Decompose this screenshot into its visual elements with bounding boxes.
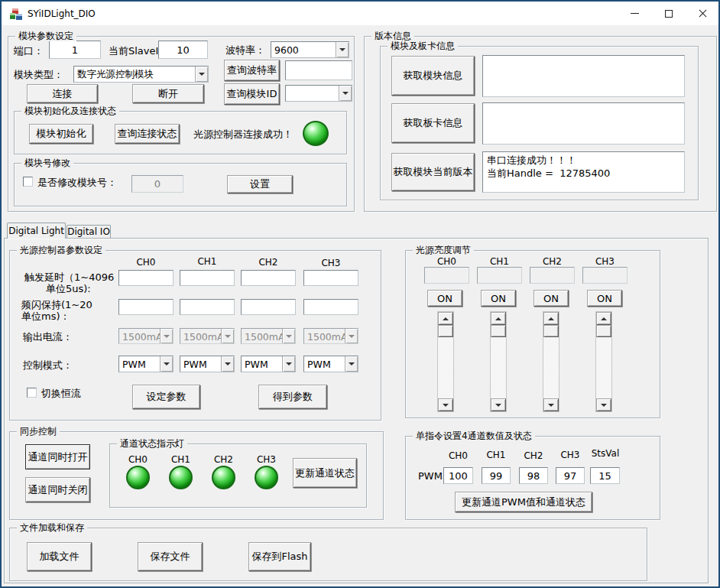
pwm-ch3-input[interactable] <box>556 467 585 484</box>
arrow-down-icon[interactable] <box>491 398 506 411</box>
query-baud-button[interactable]: 查询波特率 <box>224 60 280 81</box>
brightness-slider-ch2[interactable] <box>543 311 559 412</box>
module-type-select[interactable]: 数字光源控制模块 <box>73 66 209 83</box>
chevron-down-icon[interactable] <box>221 356 234 372</box>
pwm-ch2-input[interactable] <box>519 467 548 484</box>
brightness-ch1-input[interactable] <box>477 267 522 284</box>
set-params-button[interactable]: 设定参数 <box>132 385 200 409</box>
slider-thumb-ch1[interactable] <box>491 325 506 337</box>
lp-ch1-header: CH1 <box>180 256 235 267</box>
chevron-down-icon[interactable] <box>195 67 208 82</box>
output-current-ch0-select[interactable]: 1500mA <box>118 328 174 344</box>
arrow-up-icon[interactable] <box>491 312 506 325</box>
query-connection-button[interactable]: 查询连接状态 <box>115 124 180 144</box>
control-mode-ch3-select[interactable]: PWM <box>303 356 358 372</box>
arrow-down-icon[interactable] <box>438 398 453 411</box>
module-number-input[interactable] <box>131 175 183 193</box>
tab-digital-light[interactable]: Digital Light <box>7 223 66 239</box>
window-title: SYiIDLight_DIO <box>28 8 96 19</box>
pwm-ch1-input[interactable] <box>482 467 511 484</box>
version-output: 串口连接成功！！！ 当前Handle = 12785400 <box>482 151 685 193</box>
arrow-down-icon[interactable] <box>543 398 559 411</box>
disconnect-button[interactable]: 断开 <box>132 84 204 103</box>
on-ch2-button[interactable]: ON <box>534 290 569 307</box>
slider-thumb-ch3[interactable] <box>596 325 611 337</box>
port-label: 端口： <box>14 44 44 58</box>
chevron-down-icon[interactable] <box>160 356 173 372</box>
query-baud-result-input[interactable] <box>285 60 352 80</box>
brightness-ch3-input[interactable] <box>582 267 628 284</box>
module-info-output <box>482 55 685 97</box>
chevron-down-icon[interactable] <box>336 42 349 57</box>
slider-thumb-ch0[interactable] <box>438 325 453 337</box>
output-current-ch2-value: 1500mA <box>245 330 285 342</box>
strobe-hold-ch0-input[interactable] <box>118 299 174 315</box>
brightness-slider-ch1[interactable] <box>490 311 507 412</box>
minimize-button[interactable] <box>618 2 652 25</box>
save-to-flash-button[interactable]: 保存到Flash <box>248 542 311 571</box>
module-type-label: 模块类型： <box>14 68 63 82</box>
output-current-ch3-select[interactable]: 1500mA <box>303 328 358 344</box>
strobe-hold-ch2-input[interactable] <box>241 299 296 315</box>
output-current-ch1-select[interactable]: 1500mA <box>180 328 235 344</box>
brightness-slider-ch3[interactable] <box>595 311 612 412</box>
chevron-down-icon[interactable] <box>345 356 358 372</box>
on-ch1-button[interactable]: ON <box>481 290 516 307</box>
slider-thumb-ch2[interactable] <box>543 325 559 337</box>
brightness-slider-ch0[interactable] <box>437 311 454 412</box>
on-ch0-button[interactable]: ON <box>427 290 462 307</box>
close-all-channels-button[interactable]: 通道同时关闭 <box>25 477 90 502</box>
stsval-input[interactable] <box>590 467 620 484</box>
strobe-hold-ch1-input[interactable] <box>180 299 235 315</box>
load-file-button[interactable]: 加载文件 <box>27 542 92 571</box>
arrow-up-icon[interactable] <box>596 312 611 325</box>
strobe-hold-ch3-input[interactable] <box>303 299 358 315</box>
sync-control-title: 同步控制 <box>17 426 60 437</box>
arrow-up-icon[interactable] <box>438 312 453 325</box>
get-version-button[interactable]: 获取模块当前版本 <box>391 153 475 191</box>
module-modify-title: 模块号修改 <box>21 158 73 168</box>
pwm-ch0-input[interactable] <box>443 467 473 484</box>
close-button[interactable] <box>685 2 720 25</box>
get-module-info-button[interactable]: 获取模块信息 <box>391 56 475 96</box>
brightness-ch2-input[interactable] <box>530 267 575 284</box>
tab-digital-io[interactable]: Digital IO <box>66 225 111 239</box>
maximize-button[interactable] <box>651 2 686 25</box>
switch-cc-checkbox[interactable] <box>27 388 37 398</box>
chevron-down-icon[interactable] <box>339 86 352 101</box>
title-bar: SYiIDLight_DIO <box>2 2 718 25</box>
control-mode-ch2-select[interactable]: PWM <box>241 356 296 372</box>
update-channel-status-button[interactable]: 更新通道状态 <box>293 458 357 488</box>
module-id-select[interactable] <box>285 85 352 102</box>
port-input[interactable] <box>49 41 101 59</box>
query-module-id-button[interactable]: 查询模块ID <box>224 83 280 105</box>
close-icon <box>698 8 708 18</box>
arrow-up-icon[interactable] <box>543 312 559 325</box>
module-init-button[interactable]: 模块初始化 <box>29 124 93 144</box>
trigger-delay-ch0-input[interactable] <box>118 270 174 286</box>
control-mode-ch0-select[interactable]: PWM <box>118 356 174 372</box>
save-file-button[interactable]: 保存文件 <box>138 542 203 571</box>
open-all-channels-button[interactable]: 通道同时打开 <box>25 444 90 469</box>
trigger-delay-ch3-input[interactable] <box>303 270 358 286</box>
version-line1: 串口连接成功！！！ <box>487 154 680 167</box>
trigger-delay-ch2-input[interactable] <box>241 270 296 286</box>
chevron-down-icon[interactable] <box>282 356 295 372</box>
lp-ch2-header: CH2 <box>241 257 296 268</box>
modify-module-checkbox[interactable] <box>23 177 33 187</box>
control-mode-ch1-select[interactable]: PWM <box>180 356 235 372</box>
on-ch3-button[interactable]: ON <box>587 290 622 307</box>
app-icon <box>10 8 22 20</box>
brightness-ch0-input[interactable] <box>424 267 469 284</box>
set-module-number-button[interactable]: 设置 <box>227 175 293 193</box>
arrow-down-icon[interactable] <box>596 398 611 411</box>
output-current-ch2-select[interactable]: 1500mA <box>241 328 296 344</box>
connect-button[interactable]: 连接 <box>27 84 98 103</box>
get-params-button[interactable]: 得到参数 <box>258 385 327 409</box>
slave-ip-input[interactable] <box>158 41 208 59</box>
trigger-delay-ch1-input[interactable] <box>180 270 235 286</box>
get-board-info-button[interactable]: 获取板卡信息 <box>391 103 475 143</box>
baud-select[interactable]: 9600 <box>271 41 349 58</box>
br-ch3-header: CH3 <box>582 256 628 267</box>
update-pwm-status-button[interactable]: 更新通道PWM值和通道状态 <box>455 492 592 512</box>
